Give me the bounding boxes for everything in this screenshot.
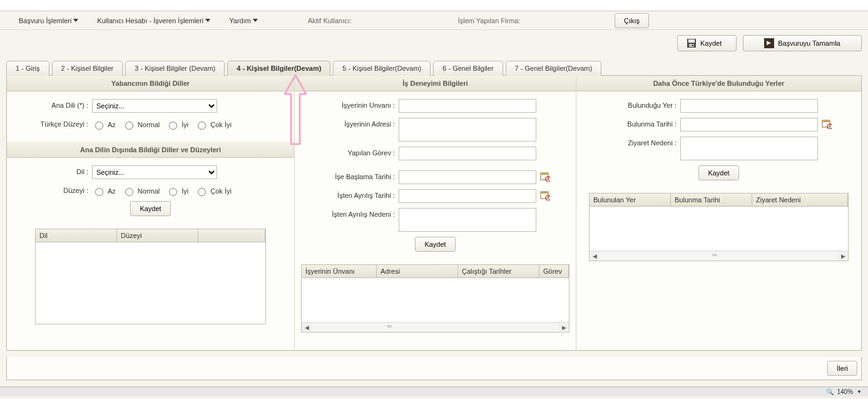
btn-label: Kaydet [424, 241, 446, 248]
status-bar: 🔍 140% ▼ [0, 386, 868, 396]
grid-col-duzeyi[interactable]: Düzeyi [117, 229, 198, 242]
grid-col-gorev[interactable]: Görev [539, 265, 569, 277]
role-input[interactable] [399, 147, 536, 160]
end-date-label: İşten Ayrılış Tarihi : [301, 189, 395, 199]
grid-col-neden[interactable]: Ziyaret Nedeni [752, 194, 848, 206]
grid-body [302, 278, 569, 322]
radio-az2[interactable] [95, 188, 103, 196]
place-date-input[interactable] [680, 118, 818, 132]
section-header-experience: İş Deneyimi Bilgileri [295, 76, 576, 91]
grid-col-tarihler[interactable]: Çalıştığı Tarihler [458, 265, 539, 277]
scroll-track[interactable]: ⁿⁿ [312, 323, 559, 332]
section-body: Ana Dili (*) : Seçiniz... Türkçe Düzeyi … [7, 91, 294, 142]
save-icon [687, 38, 697, 48]
radio-label: Normal [138, 121, 160, 128]
leave-reason-input[interactable] [399, 208, 536, 232]
grid-col-tarih[interactable]: Bulunma Tarihi [671, 194, 752, 206]
grid-body [36, 242, 265, 324]
active-user-label: Aktif Kullanıcı: [302, 14, 358, 27]
grid-col-unvan[interactable]: İşyerinin Ünvanı [302, 265, 377, 277]
turkish-level-radios: Az Normal İyi Çok İyi [92, 118, 235, 130]
tab-3[interactable]: 3 - Kişisel Bilgiler (Devam) [125, 61, 225, 76]
menu-label: Başvuru İşlemleri [19, 17, 71, 24]
menubar: Başvuru İşlemleri Kullanıcı Hesabı - İşv… [0, 11, 868, 30]
grid-col-empty[interactable] [198, 229, 265, 242]
leave-reason-label: İşten Ayrılış Nedeni : [301, 208, 395, 218]
tab-strip: 1 - Giriş 2 - Kişisel Bilgiler 3 - Kişis… [0, 56, 868, 75]
company-name-input[interactable] [399, 99, 536, 113]
grid-header: Dil Düzeyi [36, 229, 265, 242]
grid-col-dil[interactable]: Dil [36, 229, 117, 242]
horizontal-scrollbar[interactable]: ◀ ⁿⁿ ▶ [590, 251, 848, 261]
tab-1[interactable]: 1 - Giriş [6, 61, 49, 76]
start-date-input[interactable] [399, 170, 536, 184]
start-date-label: İşe Başlama Tarihi : [301, 170, 395, 180]
horizontal-scrollbar[interactable]: ◀ ⁿⁿ ▶ [302, 322, 569, 332]
section-body: İşyerinin Unvanı : İşyerinin Adresi : Ya… [295, 91, 576, 259]
calendar-icon[interactable] [822, 119, 832, 129]
tab-6[interactable]: 6 - Genel Bilgiler [433, 61, 503, 76]
native-lang-label: Ana Dili (*) : [13, 99, 88, 109]
tab-5[interactable]: 5 - Kişisel Bilgiler(Devam) [333, 61, 431, 76]
radio-cokiyi2[interactable] [198, 188, 206, 196]
company-addr-label: İşyerinin Adresi : [301, 118, 395, 128]
caret-down-icon [73, 19, 78, 22]
next-button[interactable]: İleri [827, 361, 857, 376]
places-grid: Bulunulan Yer Bulunma Tarihi Ziyaret Ned… [589, 193, 849, 261]
other-lang-select[interactable]: Seçiniz... [92, 165, 217, 179]
save-button[interactable]: Kaydet [677, 35, 737, 51]
radio-cokiyi[interactable] [198, 122, 206, 130]
save-experience-button[interactable]: Kaydet [415, 237, 455, 252]
menu-label: Yardım [229, 17, 251, 24]
native-lang-select[interactable]: Seçiniz... [92, 99, 217, 113]
company-addr-input[interactable] [399, 118, 536, 142]
role-label: Yapılan Görev : [301, 147, 395, 157]
btn-label: İleri [837, 365, 848, 372]
menu-kullanici[interactable]: Kullanıcı Hesabı - İşveren İşlemleri [91, 14, 217, 27]
grid-col-yer[interactable]: Bulunulan Yer [590, 194, 671, 206]
section-body: Dil : Seçiniz... Düzeyi : Az Normal İyi … [7, 158, 294, 224]
scroll-left-icon[interactable]: ◀ [302, 323, 312, 332]
zoom-icon[interactable]: 🔍 [826, 388, 834, 395]
menu-basvuru[interactable]: Başvuru İşlemleri [13, 14, 84, 27]
save-lang-button[interactable]: Kaydet [130, 201, 170, 216]
visit-reason-label: Ziyaret Nedeni : [583, 137, 677, 147]
end-date-input[interactable] [399, 189, 536, 203]
save-place-button[interactable]: Kaydet [698, 165, 738, 180]
menu-yardim[interactable]: Yardım [223, 14, 264, 27]
visit-reason-input[interactable] [680, 137, 818, 160]
tab-2[interactable]: 2 - Kişisel Bilgiler [52, 61, 123, 76]
firm-label: İşlem Yapılan Firma: [452, 14, 527, 27]
scroll-right-icon[interactable]: ▶ [559, 323, 569, 332]
radio-az[interactable] [95, 122, 103, 130]
radio-iyi2[interactable] [169, 188, 177, 196]
scroll-track[interactable]: ⁿⁿ [600, 252, 838, 261]
caret-down-icon [205, 19, 210, 22]
scroll-right-icon[interactable]: ▶ [838, 252, 848, 261]
tab-label: 7 - Genel Bilgiler(Devam) [515, 65, 592, 72]
radio-normal2[interactable] [125, 188, 133, 196]
scroll-left-icon[interactable]: ◀ [590, 252, 600, 261]
panel-footer: İleri [6, 357, 862, 380]
other-lang-level-radios: Az Normal İyi Çok İyi [92, 184, 235, 196]
complete-application-button[interactable]: Başvuruyu Tamamla [743, 35, 862, 51]
svg-rect-10 [541, 192, 548, 194]
calendar-icon[interactable] [540, 172, 550, 182]
svg-rect-5 [541, 173, 548, 175]
company-name-label: İşyerinin Unvanı : [301, 99, 395, 109]
tab-4[interactable]: 4 - Kişisel Bilgiler(Devam) [227, 61, 330, 76]
logout-button[interactable]: Çıkış [615, 13, 649, 28]
zoom-dropdown-icon[interactable]: ▼ [857, 389, 862, 395]
grid-header: Bulunulan Yer Bulunma Tarihi Ziyaret Ned… [590, 194, 848, 207]
radio-normal[interactable] [125, 122, 133, 130]
place-input[interactable] [680, 99, 818, 113]
col-experience: İş Deneyimi Bilgileri İşyerinin Unvanı :… [295, 76, 576, 350]
radio-label: Normal [138, 187, 160, 195]
radio-label: Çok İyi [210, 121, 232, 128]
radio-iyi[interactable] [169, 122, 177, 130]
calendar-icon[interactable] [540, 190, 550, 200]
header-decoration [0, 0, 868, 11]
grid-col-adresi[interactable]: Adresi [377, 265, 458, 277]
grid-body [590, 207, 848, 251]
tab-7[interactable]: 7 - Genel Bilgiler(Devam) [506, 61, 601, 76]
